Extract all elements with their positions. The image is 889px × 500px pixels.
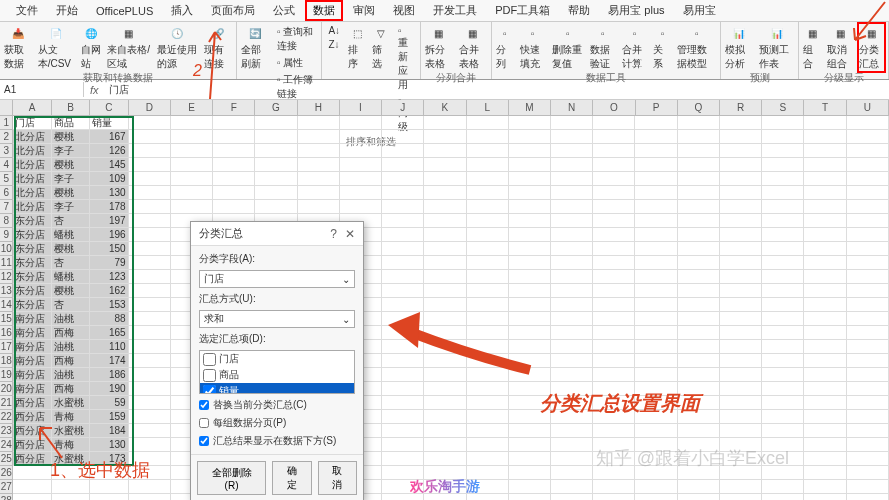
cell[interactable] bbox=[90, 480, 128, 494]
cell[interactable] bbox=[551, 368, 593, 382]
ribbon-sub[interactable]: ▫ 属性 bbox=[275, 55, 317, 71]
cell[interactable] bbox=[635, 256, 677, 270]
cell[interactable]: 196 bbox=[90, 228, 128, 242]
cell[interactable] bbox=[213, 116, 255, 130]
cell[interactable] bbox=[762, 158, 804, 172]
ribbon-button[interactable]: ▫数据验证 bbox=[590, 24, 616, 71]
cell[interactable] bbox=[593, 256, 635, 270]
cell[interactable]: 商品 bbox=[52, 116, 90, 130]
cell[interactable]: 樱桃 bbox=[52, 158, 90, 172]
cell[interactable] bbox=[762, 200, 804, 214]
row-header[interactable]: 24 bbox=[0, 438, 13, 452]
cell[interactable] bbox=[424, 438, 466, 452]
menu-item-10[interactable]: PDF工具箱 bbox=[487, 0, 558, 21]
cell[interactable] bbox=[762, 214, 804, 228]
cell[interactable]: 樱桃 bbox=[52, 186, 90, 200]
cell[interactable] bbox=[804, 382, 846, 396]
cell[interactable]: 北分店 bbox=[13, 186, 51, 200]
cell[interactable]: 南分店 bbox=[13, 326, 51, 340]
row-header[interactable]: 6 bbox=[0, 186, 13, 200]
cell[interactable]: 西分店 bbox=[13, 396, 51, 410]
row-header[interactable]: 22 bbox=[0, 410, 13, 424]
cell[interactable] bbox=[847, 144, 889, 158]
cell[interactable] bbox=[720, 158, 762, 172]
cell[interactable] bbox=[635, 242, 677, 256]
col-header[interactable]: M bbox=[509, 100, 551, 116]
cell[interactable] bbox=[678, 368, 720, 382]
cell[interactable] bbox=[129, 186, 171, 200]
ribbon-button[interactable]: ▦合并表格 bbox=[459, 24, 487, 71]
cell[interactable] bbox=[678, 270, 720, 284]
col-header[interactable]: A bbox=[13, 100, 51, 116]
cell[interactable] bbox=[678, 130, 720, 144]
cell[interactable] bbox=[804, 438, 846, 452]
cell[interactable] bbox=[298, 200, 340, 214]
row-header[interactable]: 16 bbox=[0, 326, 13, 340]
col-header[interactable]: Q bbox=[678, 100, 720, 116]
cell[interactable] bbox=[635, 424, 677, 438]
cell[interactable] bbox=[171, 116, 213, 130]
items-listbox[interactable]: 门店商品销量 bbox=[199, 350, 355, 394]
col-header[interactable]: H bbox=[298, 100, 340, 116]
cell[interactable] bbox=[678, 298, 720, 312]
cell[interactable] bbox=[720, 424, 762, 438]
cell[interactable] bbox=[551, 452, 593, 466]
cell[interactable] bbox=[678, 228, 720, 242]
cell[interactable] bbox=[762, 130, 804, 144]
cell[interactable] bbox=[847, 200, 889, 214]
cell[interactable] bbox=[467, 228, 509, 242]
ribbon-button[interactable]: 📄从文本/CSV bbox=[38, 24, 75, 71]
cell[interactable] bbox=[467, 200, 509, 214]
cell[interactable] bbox=[847, 326, 889, 340]
menu-item-4[interactable]: 页面布局 bbox=[203, 0, 263, 21]
cell[interactable] bbox=[804, 326, 846, 340]
cell[interactable]: 李子 bbox=[52, 200, 90, 214]
cell[interactable] bbox=[424, 186, 466, 200]
cell[interactable] bbox=[720, 116, 762, 130]
fx-icon[interactable]: fx bbox=[84, 84, 105, 96]
row-header[interactable]: 13 bbox=[0, 284, 13, 298]
cell[interactable]: 109 bbox=[90, 172, 128, 186]
cell[interactable] bbox=[129, 172, 171, 186]
cell[interactable]: 178 bbox=[90, 200, 128, 214]
cell[interactable] bbox=[635, 326, 677, 340]
cell[interactable] bbox=[762, 298, 804, 312]
cell[interactable]: 162 bbox=[90, 284, 128, 298]
row-header[interactable]: 5 bbox=[0, 172, 13, 186]
cell[interactable] bbox=[847, 466, 889, 480]
menu-item-0[interactable]: 文件 bbox=[8, 0, 46, 21]
cell[interactable] bbox=[762, 368, 804, 382]
cell[interactable] bbox=[804, 480, 846, 494]
cell[interactable] bbox=[255, 200, 297, 214]
cell[interactable] bbox=[382, 172, 424, 186]
cell[interactable] bbox=[129, 312, 171, 326]
cell[interactable]: 蟠桃 bbox=[52, 228, 90, 242]
cell[interactable] bbox=[509, 200, 551, 214]
cell[interactable] bbox=[762, 424, 804, 438]
cell[interactable] bbox=[720, 186, 762, 200]
cell[interactable] bbox=[720, 228, 762, 242]
cell[interactable] bbox=[804, 284, 846, 298]
cell[interactable] bbox=[129, 382, 171, 396]
cell[interactable] bbox=[424, 144, 466, 158]
cell[interactable] bbox=[762, 186, 804, 200]
cell[interactable] bbox=[678, 284, 720, 298]
cell[interactable] bbox=[509, 242, 551, 256]
filter-button[interactable]: ▽筛选 bbox=[372, 24, 390, 71]
sort-button[interactable]: ⬚排序 bbox=[348, 24, 366, 71]
cell[interactable]: 南分店 bbox=[13, 368, 51, 382]
row-header[interactable]: 10 bbox=[0, 242, 13, 256]
menu-item-1[interactable]: 开始 bbox=[48, 0, 86, 21]
row-header[interactable]: 23 bbox=[0, 424, 13, 438]
row-header[interactable]: 2 bbox=[0, 130, 13, 144]
cell[interactable] bbox=[129, 396, 171, 410]
cell[interactable] bbox=[720, 298, 762, 312]
cell[interactable] bbox=[424, 158, 466, 172]
cell[interactable] bbox=[382, 144, 424, 158]
cell[interactable] bbox=[804, 200, 846, 214]
cell[interactable] bbox=[762, 172, 804, 186]
cell[interactable] bbox=[593, 158, 635, 172]
cell[interactable] bbox=[720, 354, 762, 368]
ribbon-button[interactable]: ▫合并计算 bbox=[622, 24, 648, 71]
select-all-corner[interactable] bbox=[0, 100, 13, 116]
